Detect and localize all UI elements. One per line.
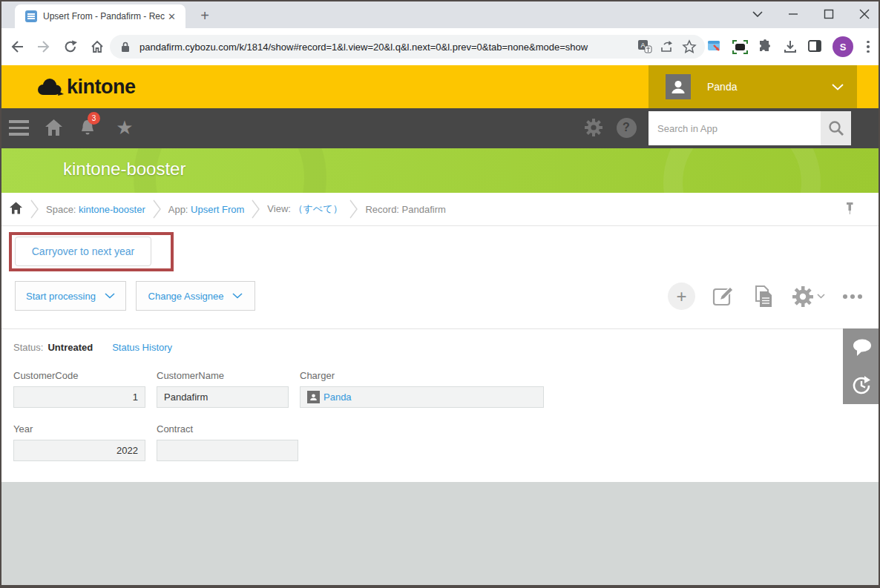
- breadcrumb: Space: kintone-booster App: Upsert From …: [0, 193, 880, 226]
- chevron-down-icon: [232, 293, 243, 299]
- user-name: Panda: [707, 81, 832, 93]
- extensions-area: S: [706, 35, 874, 59]
- kintone-cloud-icon: [34, 76, 64, 99]
- carryover-button[interactable]: Carryover to next year: [15, 237, 151, 266]
- capture-extension-icon[interactable]: [732, 39, 748, 55]
- address-bar[interactable]: pandafirm.cybozu.com/k/1814/show#record=…: [110, 35, 705, 59]
- app-search-input[interactable]: [648, 111, 821, 145]
- space-title[interactable]: kintone-booster: [63, 159, 185, 179]
- favorites-star-icon[interactable]: ★: [114, 117, 135, 138]
- global-nav: 3 ★ ?: [0, 108, 880, 148]
- change-assignee-button[interactable]: Change Assignee: [136, 281, 255, 311]
- comments-icon[interactable]: [851, 337, 872, 358]
- field-label-customername: CustomerName: [157, 370, 224, 381]
- edit-record-icon[interactable]: [712, 285, 735, 308]
- translate-icon[interactable]: A: [637, 39, 653, 55]
- forward-icon[interactable]: [34, 37, 53, 56]
- more-options-icon[interactable]: [841, 290, 864, 303]
- menu-hamburger-icon[interactable]: [9, 120, 29, 139]
- minimize-button[interactable]: [785, 6, 801, 22]
- field-label-charger: Charger: [300, 370, 335, 381]
- breadcrumb-app: App: Upsert From: [168, 204, 245, 215]
- record-side-rail: [843, 328, 880, 404]
- downloads-icon[interactable]: [782, 39, 798, 55]
- breadcrumb-separator-icon: [30, 199, 39, 219]
- start-processing-button[interactable]: Start processing: [15, 281, 126, 311]
- add-record-button[interactable]: +: [668, 283, 695, 310]
- breadcrumb-space: Space: kintone-booster: [46, 204, 145, 215]
- notification-badge: 3: [88, 112, 100, 125]
- close-window-button[interactable]: [856, 6, 873, 22]
- status-row: Status: Untreated Status History: [13, 342, 172, 353]
- chevron-down-icon: [817, 294, 825, 299]
- record-actions: +: [668, 283, 864, 310]
- breadcrumb-view-link[interactable]: （すべて）: [294, 203, 343, 214]
- breadcrumb-separator-icon: [349, 199, 358, 219]
- browser-tab[interactable]: Upsert From - Pandafirm - Recor ✕: [15, 4, 185, 28]
- field-value-contract: [157, 440, 298, 461]
- breadcrumb-separator-icon: [252, 199, 260, 219]
- field-value-charger: Panda: [300, 386, 544, 408]
- notifications-bell-icon[interactable]: 3: [77, 117, 98, 138]
- status-value: Untreated: [47, 342, 93, 353]
- app-search: [648, 111, 851, 145]
- reload-icon[interactable]: [61, 37, 80, 56]
- user-avatar: [666, 74, 691, 99]
- user-menu-chevron-icon: [832, 80, 844, 93]
- pin-icon[interactable]: [844, 202, 855, 218]
- kintone-favicon: [25, 10, 37, 22]
- space-banner: kintone-booster: [0, 148, 880, 193]
- tab-title: Upsert From - Pandafirm - Recor: [43, 11, 165, 22]
- field-value-year: 2022: [13, 440, 145, 461]
- new-tab-button[interactable]: +: [194, 6, 215, 27]
- help-icon[interactable]: ?: [616, 117, 637, 138]
- browser-menu-icon[interactable]: [862, 41, 874, 53]
- page-background: [0, 482, 880, 588]
- field-label-contract: Contract: [157, 423, 193, 435]
- home-icon[interactable]: [88, 37, 107, 56]
- breadcrumb-view: View: （すべて）: [267, 202, 342, 216]
- charger-avatar-icon: [307, 391, 320, 403]
- tab-search-chevron-icon[interactable]: [749, 6, 766, 22]
- breadcrumb-home-icon[interactable]: [9, 201, 23, 218]
- record-detail: Status: Untreated Status History Custome…: [0, 328, 880, 482]
- side-panel-icon[interactable]: [807, 39, 824, 55]
- lock-icon: [117, 39, 134, 55]
- app-settings-button[interactable]: [792, 285, 825, 308]
- back-icon[interactable]: [7, 37, 27, 56]
- search-icon[interactable]: [821, 111, 851, 145]
- url-text[interactable]: pandafirm.cybozu.com/k/1814/show#record=…: [139, 42, 631, 53]
- browser-tabstrip: Upsert From - Pandafirm - Recor ✕ +: [0, 0, 880, 28]
- field-value-customercode: 1: [13, 386, 145, 408]
- status-label: Status:: [13, 342, 43, 353]
- share-icon[interactable]: [659, 39, 675, 55]
- maximize-button[interactable]: [821, 6, 837, 22]
- breadcrumb-app-link[interactable]: Upsert From: [191, 204, 244, 215]
- kintone-header: kintone Panda: [0, 65, 880, 108]
- kintone-logo[interactable]: kintone: [34, 76, 136, 99]
- tab-close-icon[interactable]: ✕: [168, 11, 176, 22]
- chevron-down-icon: [105, 293, 115, 299]
- status-history-link[interactable]: Status History: [112, 342, 172, 353]
- portal-home-icon[interactable]: [43, 117, 64, 138]
- gear-icon: [792, 285, 814, 308]
- screenshot-extension-icon[interactable]: [706, 39, 723, 55]
- field-label-year: Year: [13, 423, 33, 435]
- breadcrumb-space-link[interactable]: kintone-booster: [79, 204, 145, 215]
- charger-user-link[interactable]: Panda: [307, 391, 352, 403]
- extensions-puzzle-icon[interactable]: [757, 39, 773, 55]
- change-history-icon[interactable]: [851, 375, 872, 396]
- copy-record-icon[interactable]: [752, 285, 775, 308]
- settings-gear-icon[interactable]: [583, 117, 604, 138]
- breadcrumb-separator-icon: [153, 199, 161, 219]
- field-value-customername: Pandafirm: [157, 386, 289, 408]
- user-menu[interactable]: Panda: [648, 65, 857, 108]
- kintone-logo-text: kintone: [67, 76, 136, 99]
- field-label-customercode: CustomerCode: [13, 370, 78, 381]
- browser-window: Upsert From - Pandafirm - Recor ✕ + pand…: [0, 0, 880, 588]
- breadcrumb-record: Record: Pandafirm: [365, 204, 445, 215]
- browser-profile-avatar[interactable]: S: [833, 36, 853, 57]
- bookmark-star-icon[interactable]: [681, 39, 697, 55]
